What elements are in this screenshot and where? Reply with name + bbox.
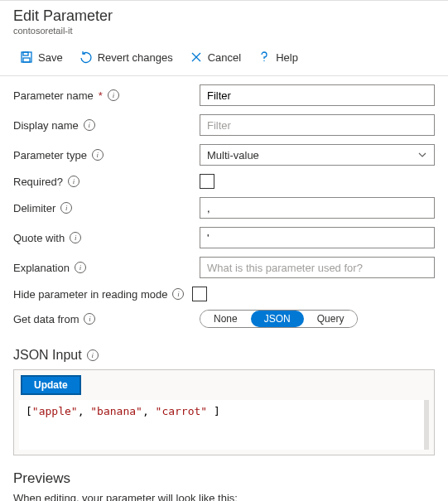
required-checkbox[interactable]: [200, 174, 214, 189]
svg-rect-1: [23, 52, 28, 55]
hide-label: Hide parameter in reading mode: [13, 288, 167, 301]
json-section-title: JSON Input i: [0, 336, 448, 369]
json-value: "apple": [32, 405, 78, 417]
info-icon[interactable]: i: [68, 176, 79, 187]
revert-button[interactable]: Revert changes: [73, 47, 180, 67]
page-title: Edit Parameter: [13, 7, 435, 25]
save-button[interactable]: Save: [13, 47, 70, 67]
display-name-label: Display name: [13, 119, 79, 132]
delimiter-label: Delimiter: [13, 202, 55, 214]
param-name-input[interactable]: [200, 84, 435, 106]
info-icon[interactable]: i: [87, 349, 99, 361]
svg-rect-2: [23, 58, 30, 62]
info-icon[interactable]: i: [84, 119, 95, 131]
getdata-segmented: None JSON Query: [200, 310, 358, 328]
save-icon: [20, 51, 33, 64]
help-icon: [258, 51, 271, 64]
update-button[interactable]: Update: [21, 375, 81, 395]
required-asterisk: *: [99, 89, 103, 102]
json-editor[interactable]: ["apple", "banana", "carrot" ]: [19, 400, 429, 450]
explanation-label: Explanation: [13, 262, 70, 274]
info-icon[interactable]: i: [70, 232, 81, 243]
page-subtitle: contosoretail-it: [13, 26, 435, 36]
page-header: Edit Parameter contosoretail-it: [0, 0, 448, 39]
chevron-down-icon: [417, 150, 427, 160]
info-icon[interactable]: i: [92, 149, 104, 161]
delimiter-input[interactable]: [200, 197, 435, 219]
explanation-input[interactable]: [200, 257, 435, 278]
info-icon[interactable]: i: [172, 288, 184, 300]
undo-icon: [79, 51, 93, 64]
info-icon[interactable]: i: [108, 89, 119, 101]
info-icon[interactable]: i: [60, 202, 72, 214]
seg-none[interactable]: None: [200, 311, 251, 327]
required-label: Required?: [13, 176, 63, 188]
json-value: "carrot": [156, 405, 208, 417]
json-value: "banana": [90, 405, 142, 417]
quote-input[interactable]: [200, 227, 435, 248]
json-input-box: Update ["apple", "banana", "carrot" ]: [13, 369, 435, 455]
seg-json[interactable]: JSON: [251, 311, 304, 327]
close-icon: [190, 51, 203, 64]
previews-desc: When editing, your parameter will look l…: [0, 492, 448, 501]
hide-checkbox[interactable]: [192, 287, 207, 301]
display-name-input[interactable]: [200, 114, 435, 136]
previews-title: Previews: [0, 455, 448, 492]
info-icon[interactable]: i: [75, 262, 86, 273]
form: Parameter name * i Display name i Parame…: [0, 76, 448, 328]
quote-label: Quote with: [13, 232, 65, 244]
cancel-button[interactable]: Cancel: [183, 47, 248, 67]
param-type-select[interactable]: Multi-value: [200, 144, 435, 166]
toolbar: Save Revert changes Cancel Help: [0, 39, 448, 76]
seg-query[interactable]: Query: [304, 311, 358, 327]
param-type-label: Parameter type: [13, 149, 87, 161]
help-button[interactable]: Help: [251, 47, 305, 67]
getdata-label: Get data from: [13, 313, 79, 325]
info-icon[interactable]: i: [84, 313, 95, 325]
param-name-label: Parameter name: [13, 89, 94, 102]
